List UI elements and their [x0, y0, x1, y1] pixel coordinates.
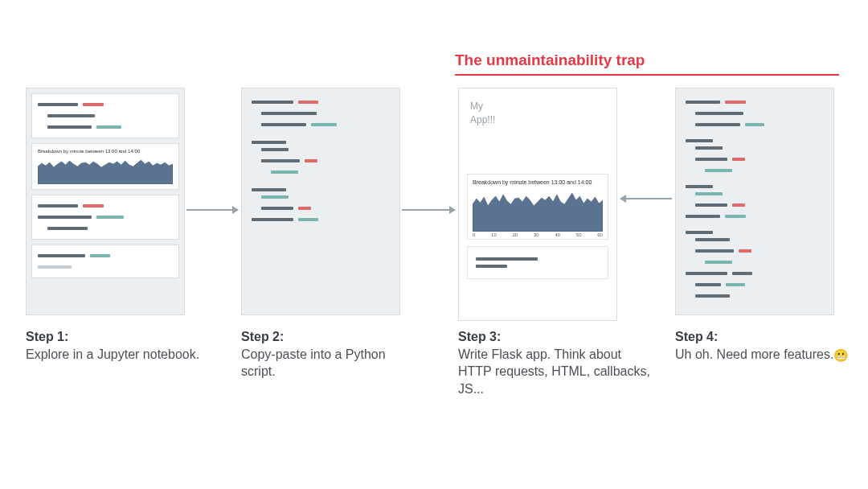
- step-label: Step 3:: [458, 330, 501, 343]
- arrow-step1-to-step2: [186, 209, 238, 211]
- code-block: [676, 88, 833, 310]
- chart-svg: [38, 155, 173, 184]
- trap-header: The unmaintainability trap: [455, 51, 839, 76]
- step-text: Write Flask app. Think about HTTP reques…: [458, 347, 650, 396]
- mini-area-chart: Breakdown by minute between 13:00 and 14…: [38, 149, 173, 184]
- mini-area-chart: Breakdown by minute between 13:00 and 14…: [473, 179, 603, 237]
- step-text: Uh oh. Need more features.: [675, 347, 833, 361]
- chart-title: Breakdown by minute between 13:00 and 14…: [38, 149, 173, 154]
- panel-step2-script: [241, 88, 400, 315]
- caption-step2: Step 2: Copy-paste into a Python script.: [241, 328, 418, 380]
- panel-step3-flask-app: My App!!! Breakdown by minute between 13…: [458, 88, 617, 321]
- grimace-emoji-icon: 😬: [833, 348, 849, 362]
- step-text: Explore in a Jupyter notebook.: [26, 347, 199, 361]
- diagram-stage: The unmaintainability trap Breakdown by …: [0, 0, 868, 489]
- code-block: [242, 88, 399, 233]
- caption-step4: Step 4: Uh oh. Need more features.😬: [675, 328, 852, 364]
- notebook-cell: [31, 244, 179, 278]
- step-text: Copy-paste into a Python script.: [241, 347, 386, 379]
- caption-step1: Step 1: Explore in a Jupyter notebook.: [26, 328, 203, 363]
- step-label: Step 4:: [675, 330, 718, 343]
- chart-svg: [473, 187, 603, 232]
- app-chart-card: Breakdown by minute between 13:00 and 14…: [467, 174, 608, 240]
- panel-step4-more-code: [675, 88, 834, 315]
- notebook-cell: [31, 195, 179, 240]
- arrow-step2-to-step3: [402, 209, 455, 211]
- step-label: Step 1:: [26, 330, 68, 343]
- app-title-line2: App!!!: [470, 114, 495, 125]
- chart-title: Breakdown by minute between 13:00 and 14…: [473, 179, 603, 185]
- app-title: My App!!!: [459, 88, 616, 129]
- caption-step3: Step 3: Write Flask app. Think about HTT…: [458, 328, 651, 397]
- chart-x-ticks: 0 10 20 30 40 50 60: [473, 232, 603, 237]
- notebook-cell: [31, 93, 179, 138]
- app-title-line1: My: [470, 101, 483, 112]
- app-footer-card: [467, 246, 608, 279]
- step-label: Step 2:: [241, 330, 284, 343]
- arrow-step4-to-step3: [620, 198, 672, 199]
- notebook-cell-chart: Breakdown by minute between 13:00 and 14…: [31, 143, 179, 190]
- panel-step1-notebook: Breakdown by minute between 13:00 and 14…: [26, 88, 185, 315]
